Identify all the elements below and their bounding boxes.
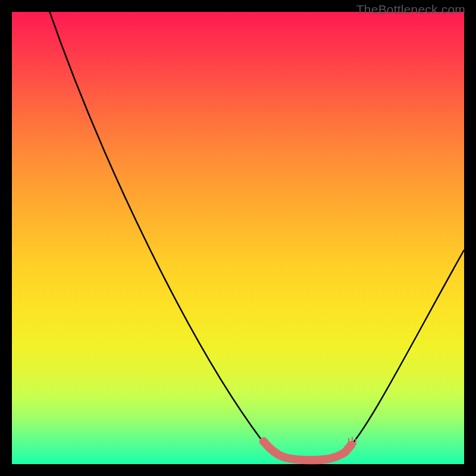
bottleneck-curve-path — [48, 6, 464, 460]
flat-minimum-marker — [264, 441, 351, 460]
watermark-text: TheBottleneck.com — [356, 2, 465, 17]
chart-plot-area — [12, 12, 464, 464]
marker-dot-left — [259, 437, 268, 446]
bottleneck-curve-svg — [12, 12, 464, 464]
